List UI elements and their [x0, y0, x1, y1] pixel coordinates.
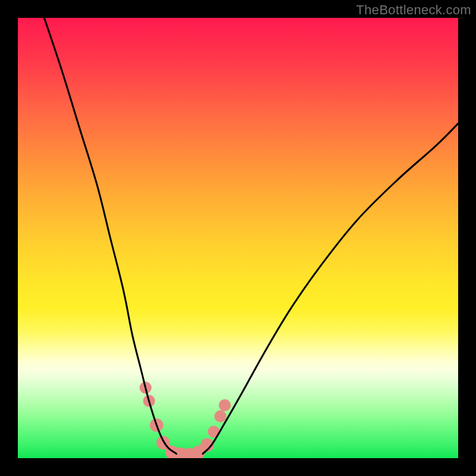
chart-svg	[18, 18, 458, 458]
valley-marker-layer	[139, 381, 230, 458]
data-marker	[219, 399, 231, 411]
chart-plot-area	[18, 18, 458, 458]
curve-left-curve	[44, 18, 176, 454]
curve-right-curve	[203, 124, 458, 454]
chart-frame: TheBottleneck.com	[0, 0, 476, 476]
data-marker	[214, 411, 226, 422]
watermark-text: TheBottleneck.com	[356, 2, 471, 18]
curve-layer	[44, 18, 458, 454]
